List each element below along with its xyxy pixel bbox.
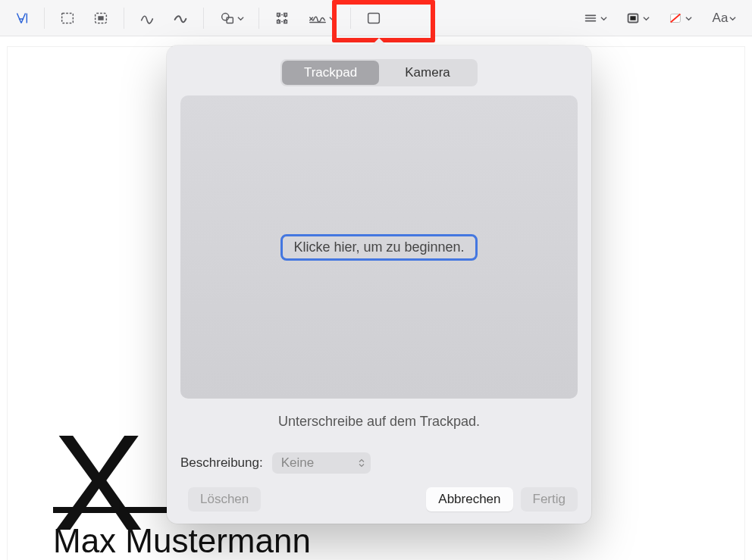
description-label: Beschreibung: <box>180 455 263 471</box>
line-style-button[interactable] <box>575 5 614 32</box>
chevron-down-icon <box>643 15 649 21</box>
svg-rect-8 <box>368 13 380 23</box>
description-value: Keine <box>281 455 314 470</box>
signature-popover: Trackpad Kamera Klicke hier, um zu begin… <box>167 45 591 524</box>
done-button[interactable]: Fertig <box>521 487 578 512</box>
toolbar-separator <box>258 8 259 29</box>
fill-color-button[interactable] <box>660 5 699 32</box>
updown-icon <box>359 459 365 468</box>
chevron-down-icon <box>685 15 691 21</box>
shapes-button[interactable] <box>212 5 251 32</box>
tab-trackpad[interactable]: Trackpad <box>282 61 379 85</box>
markup-toolbar: Aa <box>0 0 752 36</box>
tab-camera[interactable]: Kamera <box>379 61 476 85</box>
svg-rect-3 <box>98 16 103 20</box>
sketch-tool-button[interactable] <box>132 5 162 32</box>
toolbar-separator <box>350 8 351 29</box>
svg-rect-13 <box>630 16 635 20</box>
font-style-button[interactable]: Aa <box>702 5 746 32</box>
delete-button[interactable]: Löschen <box>188 487 261 512</box>
signature-button[interactable] <box>300 5 343 32</box>
instruction-text: Unterschreibe auf dem Trackpad. <box>180 414 578 430</box>
input-source-tabs: Trackpad Kamera <box>280 59 478 86</box>
border-color-button[interactable] <box>617 5 656 32</box>
chevron-down-icon <box>729 15 735 21</box>
toolbar-separator <box>44 8 45 29</box>
toolbar-separator <box>203 8 204 29</box>
adjust-color-button[interactable] <box>359 5 389 32</box>
chevron-down-icon <box>600 15 606 21</box>
chevron-down-icon <box>329 15 335 21</box>
signature-canvas[interactable]: Klicke hier, um zu beginnen. <box>180 95 578 399</box>
start-signing-hint[interactable]: Klicke hier, um zu beginnen. <box>280 234 477 261</box>
font-label: Aa <box>713 11 728 26</box>
svg-rect-5 <box>227 17 233 23</box>
highlight-selection-button[interactable] <box>267 5 297 32</box>
chevron-down-icon <box>237 15 243 21</box>
text-tool-button[interactable] <box>6 5 36 32</box>
description-select[interactable]: Keine <box>272 452 371 474</box>
svg-rect-1 <box>62 13 74 23</box>
cancel-button[interactable]: Abbrechen <box>426 487 512 512</box>
toolbar-separator <box>124 8 124 29</box>
instant-alpha-button[interactable] <box>86 5 116 32</box>
selection-rect-button[interactable] <box>52 5 83 32</box>
draw-tool-button[interactable] <box>165 5 196 32</box>
svg-point-4 <box>222 13 229 20</box>
